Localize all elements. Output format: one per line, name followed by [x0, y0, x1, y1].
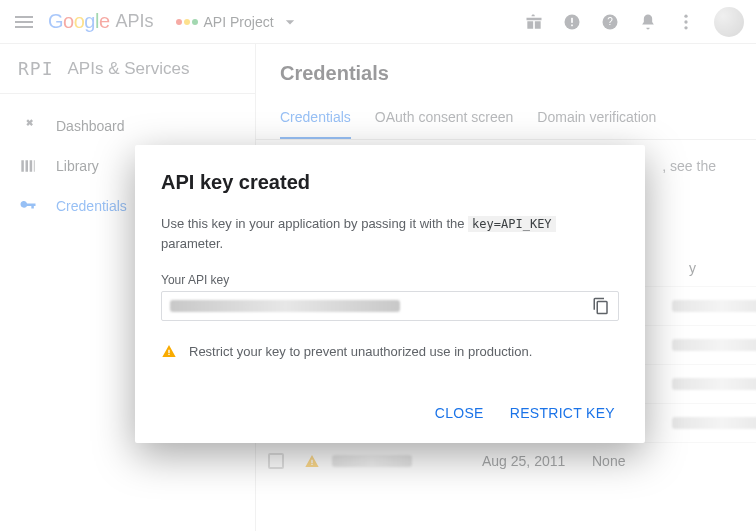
key-name-redacted: [332, 455, 412, 467]
row-checkbox[interactable]: [268, 453, 284, 469]
api-logo-icon: RPI: [18, 58, 54, 79]
created-date: Aug 25, 2011: [482, 453, 592, 469]
table-row: Aug 25, 2011 None: [256, 442, 756, 479]
api-key-value-redacted: [170, 300, 400, 312]
tab-bar: Credentials OAuth consent screen Domain …: [256, 85, 756, 140]
key-value-redacted: [672, 300, 756, 312]
key-icon: [18, 196, 38, 216]
apis-suffix: APIs: [116, 11, 154, 32]
svg-rect-1: [571, 17, 573, 22]
library-icon: [18, 156, 38, 176]
restrictions: None: [592, 453, 672, 469]
svg-point-5: [684, 14, 687, 17]
api-key-field[interactable]: [161, 291, 619, 321]
api-key-label: Your API key: [161, 273, 619, 287]
tab-credentials[interactable]: Credentials: [280, 109, 351, 139]
product-header: RPI APIs & Services: [0, 44, 255, 94]
dashboard-icon: [18, 116, 38, 136]
page-title: Credentials: [256, 44, 756, 85]
sidebar-item-label: Dashboard: [56, 118, 125, 134]
key-value-redacted: [672, 378, 756, 390]
help-icon[interactable]: ?: [600, 12, 620, 32]
svg-text:?: ?: [607, 16, 613, 27]
product-title: APIs & Services: [68, 59, 190, 79]
top-app-bar: Google APIs API Project ?: [0, 0, 756, 44]
copy-icon[interactable]: [592, 297, 610, 315]
gift-icon[interactable]: [524, 12, 544, 32]
dialog-desc-code: key=API_KEY: [468, 216, 555, 232]
avatar[interactable]: [714, 7, 744, 37]
google-apis-logo[interactable]: Google APIs: [48, 10, 154, 33]
api-key-created-dialog: API key created Use this key in your app…: [135, 145, 645, 443]
svg-point-7: [684, 26, 687, 29]
dialog-description: Use this key in your application by pass…: [161, 214, 619, 253]
restrict-key-button[interactable]: RESTRICT KEY: [506, 399, 619, 427]
restrict-notice: Restrict your key to prevent unauthorize…: [161, 343, 619, 359]
dialog-desc-pre: Use this key in your application by pass…: [161, 216, 468, 231]
sidebar-item-dashboard[interactable]: Dashboard: [0, 106, 255, 146]
sidebar-item-label: Library: [56, 158, 99, 174]
sidebar-item-label: Credentials: [56, 198, 127, 214]
project-name: API Project: [204, 14, 274, 30]
key-value-redacted: [672, 339, 756, 351]
dialog-desc-post: parameter.: [161, 236, 223, 251]
warning-icon: [161, 343, 177, 359]
alert-icon[interactable]: [562, 12, 582, 32]
warning-icon: [304, 453, 320, 469]
tab-domain-verification[interactable]: Domain verification: [537, 109, 656, 139]
menu-icon[interactable]: [12, 10, 36, 34]
more-icon[interactable]: [676, 12, 696, 32]
project-dots-icon: [176, 19, 198, 25]
key-value-redacted: [672, 417, 756, 429]
tab-oauth-consent[interactable]: OAuth consent screen: [375, 109, 514, 139]
dialog-title: API key created: [161, 171, 619, 194]
close-button[interactable]: CLOSE: [431, 399, 488, 427]
project-selector[interactable]: API Project: [176, 12, 300, 32]
restrict-notice-text: Restrict your key to prevent unauthorize…: [189, 344, 532, 359]
bell-icon[interactable]: [638, 12, 658, 32]
dropdown-icon: [280, 12, 300, 32]
svg-point-6: [684, 20, 687, 23]
svg-rect-2: [571, 24, 573, 26]
